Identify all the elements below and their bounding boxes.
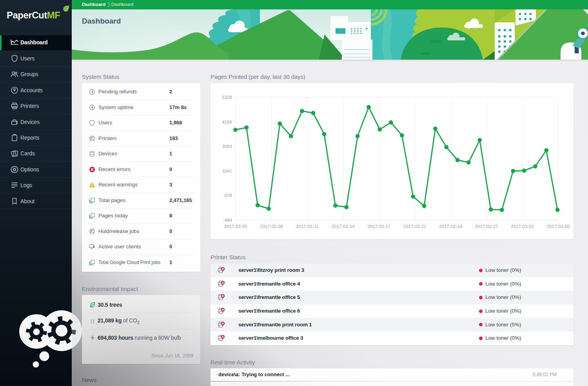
svg-text:1841: 1841 bbox=[222, 169, 232, 173]
svg-text:2017-02-14: 2017-02-14 bbox=[332, 224, 355, 229]
svg-text:2017-03-06: 2017-03-06 bbox=[547, 224, 570, 229]
svg-text:2017-02-21: 2017-02-21 bbox=[403, 224, 426, 229]
svg-text:5328: 5328 bbox=[222, 95, 232, 100]
svg-text:2017-02-27: 2017-02-27 bbox=[475, 224, 498, 229]
svg-text:2017-02-17: 2017-02-17 bbox=[367, 224, 390, 229]
svg-text:2017-02-05: 2017-02-05 bbox=[224, 224, 247, 229]
svg-text:4166: 4166 bbox=[222, 120, 232, 124]
svg-text:2017-02-08: 2017-02-08 bbox=[260, 224, 283, 229]
svg-text:2017-02-11: 2017-02-11 bbox=[296, 224, 319, 229]
svg-text:678: 678 bbox=[225, 193, 232, 198]
svg-text:2017-03-02: 2017-03-02 bbox=[511, 224, 534, 229]
svg-text:3003: 3003 bbox=[222, 144, 232, 149]
svg-text:2017-02-24: 2017-02-24 bbox=[439, 224, 462, 229]
svg-text:-484: -484 bbox=[223, 218, 232, 222]
